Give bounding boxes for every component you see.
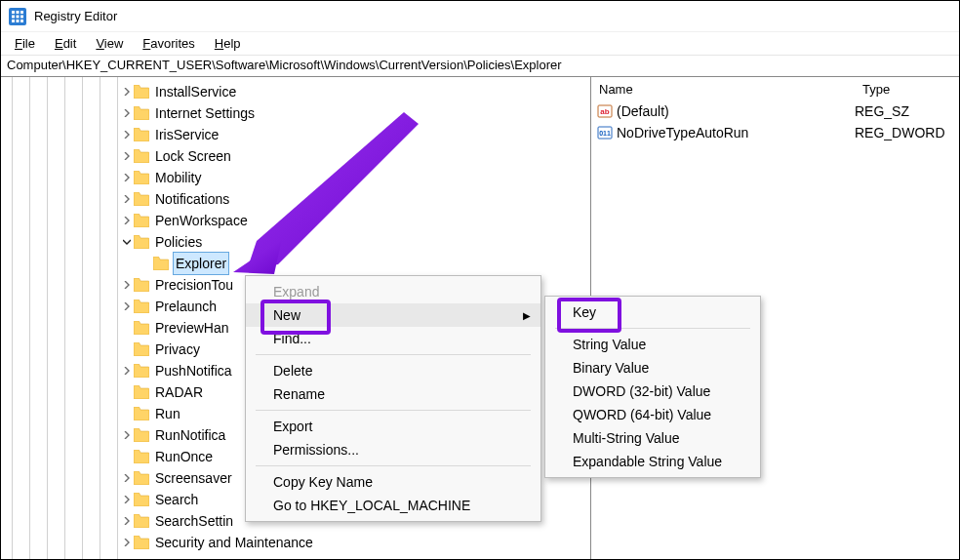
chevron-right-icon[interactable] xyxy=(120,281,134,289)
svg-rect-7 xyxy=(12,20,15,22)
menu-item-label: Find... xyxy=(273,331,311,346)
tree-node[interactable]: PenWorkspace xyxy=(120,210,590,231)
value-type: REG_SZ xyxy=(855,103,959,119)
chevron-right-icon[interactable] xyxy=(120,195,134,203)
menu-item[interactable]: QWORD (64-bit) Value xyxy=(545,403,760,426)
tree-node-label: Lock Screen xyxy=(153,145,233,167)
tree-node-label: RADAR xyxy=(153,381,205,403)
app-icon xyxy=(9,8,26,25)
folder-icon xyxy=(134,149,149,163)
menu-file[interactable]: File xyxy=(5,34,45,53)
chevron-right-icon[interactable] xyxy=(120,174,134,181)
menu-item[interactable]: Multi-String Value xyxy=(545,426,760,450)
menu-item[interactable]: Binary Value xyxy=(545,356,760,380)
folder-icon xyxy=(134,214,149,227)
chevron-right-icon[interactable] xyxy=(120,302,134,310)
col-header-type[interactable]: Type xyxy=(855,79,959,100)
tree-node-label: Mobility xyxy=(153,167,203,188)
menu-item[interactable]: String Value xyxy=(545,333,760,356)
tree-node[interactable]: Policies xyxy=(120,231,590,253)
folder-icon xyxy=(134,300,149,313)
list-row[interactable]: ab(Default)REG_SZ xyxy=(591,100,959,122)
chevron-down-icon[interactable] xyxy=(120,238,134,246)
menu-item-label: Delete xyxy=(273,363,312,379)
tree-node[interactable]: Mobility xyxy=(120,167,590,188)
folder-icon xyxy=(134,493,149,506)
tree-node-label: RunOnce xyxy=(153,446,215,467)
menu-item-label: Export xyxy=(273,419,312,434)
chevron-right-icon[interactable] xyxy=(120,367,134,375)
menu-favorites[interactable]: Favorites xyxy=(133,34,204,53)
chevron-right-icon[interactable] xyxy=(120,496,134,503)
tree-node-label: Policies xyxy=(153,231,204,253)
folder-icon xyxy=(153,257,169,270)
svg-rect-2 xyxy=(17,11,20,14)
tree-node[interactable]: Internet Settings xyxy=(120,102,590,124)
context-menu-main: ExpandNew▶Find...DeleteRenameExportPermi… xyxy=(245,275,541,522)
svg-rect-1 xyxy=(12,11,15,14)
menu-item-label: QWORD (64-bit) Value xyxy=(573,407,711,422)
menu-item[interactable]: DWORD (32-bit) Value xyxy=(545,380,760,403)
chevron-right-icon[interactable] xyxy=(120,152,134,160)
window-title: Registry Editor xyxy=(34,9,117,23)
menu-item[interactable]: Key xyxy=(545,300,760,324)
menu-item[interactable]: Permissions... xyxy=(246,438,540,461)
tree-node[interactable]: Security and Maintenance xyxy=(120,532,590,553)
tree-node[interactable]: Lock Screen xyxy=(120,145,590,167)
menu-item-label: Binary Value xyxy=(573,360,649,376)
menu-edit[interactable]: Edit xyxy=(45,34,86,53)
chevron-right-icon[interactable] xyxy=(120,109,134,117)
folder-icon xyxy=(134,106,149,120)
chevron-right-icon[interactable] xyxy=(120,517,134,525)
svg-text:011: 011 xyxy=(599,130,611,137)
menu-item[interactable]: Export xyxy=(246,415,540,438)
tree-node[interactable]: IrisService xyxy=(120,124,590,145)
svg-rect-3 xyxy=(20,11,23,14)
reg-string-icon: ab xyxy=(597,103,613,119)
folder-icon xyxy=(134,85,149,99)
chevron-right-icon[interactable] xyxy=(120,217,134,224)
tree-node-label: Screensaver xyxy=(153,467,234,489)
tree-node[interactable]: Explorer xyxy=(140,253,590,274)
menu-view[interactable]: View xyxy=(86,34,133,53)
tree-node-label: SearchSettin xyxy=(153,510,235,532)
chevron-right-icon[interactable] xyxy=(120,474,134,482)
tree-node-label: Notifications xyxy=(153,188,231,210)
tree-node-label: Prelaunch xyxy=(153,296,219,317)
tree-node[interactable]: InstallService xyxy=(120,81,590,102)
menu-item[interactable]: Expandable String Value xyxy=(545,450,760,473)
tree-node-label: PushNotifica xyxy=(153,360,234,381)
tree-node[interactable]: Notifications xyxy=(120,188,590,210)
menu-help[interactable]: Help xyxy=(205,34,251,53)
reg-dword-icon: 011 xyxy=(597,125,613,140)
address-path: Computer\HKEY_CURRENT_USER\Software\Micr… xyxy=(7,58,562,72)
menu-item[interactable]: Find... xyxy=(246,327,540,350)
folder-icon xyxy=(134,385,149,399)
folder-icon xyxy=(134,428,149,442)
tree-node-label: IrisService xyxy=(153,124,220,145)
chevron-right-icon[interactable] xyxy=(120,431,134,439)
menu-separator xyxy=(256,410,531,411)
tree-node-label: InstallService xyxy=(153,81,238,102)
menu-item[interactable]: Copy Key Name xyxy=(246,470,540,494)
chevron-right-icon[interactable] xyxy=(120,539,134,546)
chevron-right-icon[interactable] xyxy=(120,88,134,96)
titlebar: Registry Editor xyxy=(1,1,959,32)
menu-item[interactable]: Delete xyxy=(246,359,540,382)
chevron-right-icon[interactable] xyxy=(120,131,134,139)
folder-icon xyxy=(134,342,149,356)
menu-separator xyxy=(256,465,531,466)
menu-item: Expand xyxy=(246,280,540,303)
list-row[interactable]: 011NoDriveTypeAutoRunREG_DWORD xyxy=(591,122,959,143)
tree-node-label: PenWorkspace xyxy=(153,210,250,231)
addressbar[interactable]: Computer\HKEY_CURRENT_USER\Software\Micr… xyxy=(1,56,959,77)
menu-item-label: Multi-String Value xyxy=(573,430,679,446)
menu-item[interactable]: Rename xyxy=(246,382,540,406)
col-header-name[interactable]: Name xyxy=(591,79,855,100)
folder-icon xyxy=(134,450,149,463)
folder-icon xyxy=(134,514,149,528)
value-name: NoDriveTypeAutoRun xyxy=(617,125,748,140)
folder-icon xyxy=(134,407,149,420)
menu-item[interactable]: New▶ xyxy=(246,303,540,327)
menu-item[interactable]: Go to HKEY_LOCAL_MACHINE xyxy=(246,494,540,517)
